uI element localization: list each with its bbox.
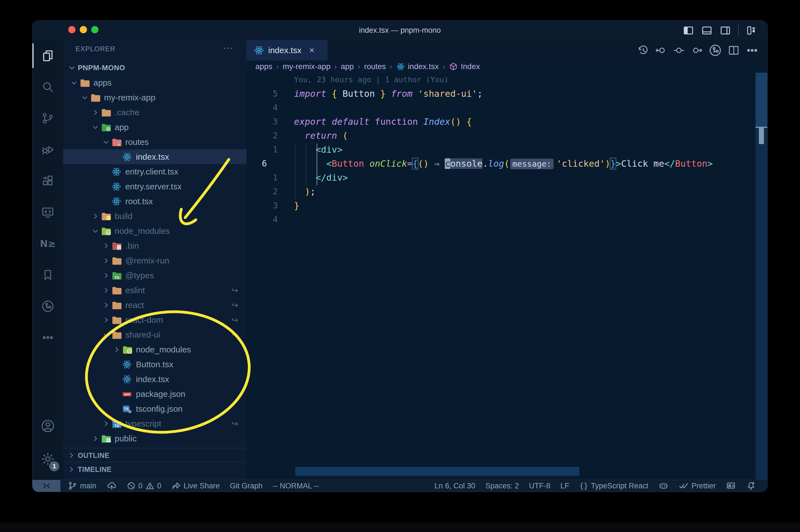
activity-search-icon[interactable] xyxy=(33,71,63,103)
tree-item--remix-run[interactable]: @remix-run xyxy=(63,253,246,268)
layout-customize-icon[interactable] xyxy=(746,25,757,36)
outline-section-header[interactable]: OUTLINE xyxy=(63,448,246,462)
activity-run-debug-icon[interactable] xyxy=(33,134,63,165)
tree-item-public[interactable]: public xyxy=(63,431,246,446)
tree-item-index-tsx[interactable]: index.tsx xyxy=(63,149,246,164)
breadcrumb-item-index-tsx[interactable]: index.tsx xyxy=(396,62,439,71)
activity-neovim-icon[interactable]: N≥ xyxy=(33,228,63,259)
tree-item-build[interactable]: build xyxy=(63,209,246,224)
activity-settings-icon[interactable]: 1 xyxy=(33,445,63,473)
remote-indicator[interactable] xyxy=(33,480,60,492)
workspace-root-item[interactable]: PNPM-MONO xyxy=(63,61,246,75)
chevron-down-icon[interactable] xyxy=(90,227,101,235)
breadcrumb-item-my-remix-app[interactable]: my-remix-app xyxy=(283,62,330,71)
chevron-right-icon[interactable] xyxy=(101,272,111,279)
status-indentation[interactable]: Spaces: 2 xyxy=(485,482,519,490)
vertical-scrollbar-slider[interactable] xyxy=(756,73,767,128)
status-prettier[interactable]: Prettier xyxy=(679,481,716,491)
status-language-mode[interactable]: {}TypeScript React xyxy=(579,482,648,490)
editor-action-next-change-icon[interactable] xyxy=(691,44,703,57)
chevron-right-icon[interactable] xyxy=(101,316,111,324)
activity-bookmarks-icon[interactable] xyxy=(33,259,63,291)
gitlens-codelens[interactable]: You, 23 hours ago | 1 author (You) xyxy=(246,73,767,87)
tab-index-tsx[interactable]: index.tsx × xyxy=(246,40,327,60)
status-feedback[interactable] xyxy=(726,481,736,491)
status-notifications[interactable] xyxy=(746,481,756,491)
tree-item-node-modules[interactable]: JSnode_modules xyxy=(63,224,246,238)
editor-action-more-dots-icon[interactable] xyxy=(745,44,759,57)
layout-panel-bottom-icon[interactable] xyxy=(701,25,712,36)
chevron-down-icon[interactable] xyxy=(101,138,111,146)
chevron-down-icon[interactable] xyxy=(69,79,79,87)
explorer-more-actions-icon[interactable]: ··· xyxy=(223,43,233,52)
activity-account-icon[interactable] xyxy=(33,412,63,440)
tree-item-react-dom[interactable]: react-dom↪ xyxy=(63,312,246,327)
chevron-down-icon[interactable] xyxy=(79,94,90,101)
tree-item-package-json[interactable]: npmpackage.json xyxy=(63,386,246,401)
chevron-down-icon[interactable] xyxy=(101,331,111,339)
breadcrumb-item-routes[interactable]: routes xyxy=(364,62,386,71)
horizontal-scrollbar-slider[interactable] xyxy=(296,467,579,476)
tree-item-typescript[interactable]: TStypescript↪ xyxy=(63,416,246,431)
tree-item-shared-ui[interactable]: shared-ui↪ xyxy=(63,327,246,342)
breadcrumb-item-app[interactable]: app xyxy=(341,62,354,71)
code-line: 5import { Button } from 'shared-ui'; xyxy=(246,87,767,101)
layout-sidebar-left-icon[interactable] xyxy=(683,25,694,36)
status-publish-changes[interactable] xyxy=(107,481,117,491)
chevron-right-icon[interactable] xyxy=(90,435,101,442)
tree-item-index-tsx[interactable]: index.tsx xyxy=(63,372,246,386)
breadcrumb-item-index[interactable]: Index xyxy=(449,62,480,71)
tree-item-tsconfig-json[interactable]: TStsconfig.json xyxy=(63,401,246,416)
status-cursor-position[interactable]: Ln 6, Col 30 xyxy=(434,482,475,490)
chevron-right-icon[interactable] xyxy=(101,257,111,264)
status-problems[interactable]: 00 xyxy=(127,481,161,490)
tree-item--bin[interactable]: 0110.bin xyxy=(63,238,246,253)
editor-action-split-editor-icon[interactable] xyxy=(727,44,740,57)
tree-item-root-tsx[interactable]: root.tsx xyxy=(63,194,246,209)
editor-action-change-icon[interactable] xyxy=(673,44,685,57)
status-vim-mode[interactable]: -- NORMAL -- xyxy=(273,482,319,490)
editor-action-prev-change-icon[interactable] xyxy=(655,44,667,57)
tree-item--types[interactable]: TS@types xyxy=(63,268,246,283)
tree-item-routes[interactable]: routes xyxy=(63,135,246,149)
activity-more-icon[interactable] xyxy=(33,322,63,353)
tree-item-app[interactable]: app xyxy=(63,120,246,135)
status-encoding[interactable]: UTF-8 xyxy=(529,482,551,490)
close-tab-icon[interactable]: × xyxy=(309,45,315,55)
tree-item--cache[interactable]: .cache xyxy=(63,105,246,120)
editor-action-history-icon[interactable] xyxy=(637,44,649,57)
chevron-right-icon[interactable] xyxy=(101,242,111,249)
tree-item-react[interactable]: react↪ xyxy=(63,298,246,312)
code-editor[interactable]: You, 23 hours ago | 1 author (You) 5impo… xyxy=(246,73,767,480)
activity-gitlens-icon[interactable] xyxy=(33,291,63,322)
vertical-scrollbar[interactable] xyxy=(756,73,767,480)
titlebar-separator xyxy=(738,25,739,36)
chevron-right-icon[interactable] xyxy=(101,420,111,428)
timeline-section-header[interactable]: TIMELINE xyxy=(63,462,246,476)
chevron-down-icon[interactable] xyxy=(90,124,101,131)
tree-item-node-modules[interactable]: JSnode_modules xyxy=(63,342,246,357)
chevron-right-icon[interactable] xyxy=(101,302,111,309)
layout-sidebar-right-icon[interactable] xyxy=(720,25,731,36)
tree-item-entry-server-tsx[interactable]: entry.server.tsx xyxy=(63,179,246,194)
activity-remote-explorer-icon[interactable] xyxy=(33,197,63,228)
tree-item-button-tsx[interactable]: Button.tsx xyxy=(63,357,246,372)
tree-item-entry-client-tsx[interactable]: entry.client.tsx xyxy=(63,164,246,179)
activity-extensions-icon[interactable] xyxy=(33,165,63,197)
chevron-right-icon[interactable] xyxy=(111,346,122,353)
chevron-right-icon[interactable] xyxy=(101,287,111,294)
activity-files-icon[interactable] xyxy=(33,40,63,71)
tree-item-eslint[interactable]: eslint↪ xyxy=(63,283,246,298)
status-copilot[interactable] xyxy=(659,481,668,491)
chevron-right-icon[interactable] xyxy=(90,109,101,116)
tree-item-apps[interactable]: apps xyxy=(63,75,246,90)
breadcrumb-item-apps[interactable]: apps xyxy=(255,62,272,71)
activity-source-control-icon[interactable] xyxy=(33,103,63,134)
status-git-graph[interactable]: Git Graph xyxy=(230,482,263,490)
status-live-share[interactable]: Live Share xyxy=(171,481,220,491)
status-branch-indicator[interactable]: main xyxy=(68,481,96,491)
editor-action-branch-circle-icon[interactable] xyxy=(708,44,722,57)
tree-item-my-remix-app[interactable]: my-remix-app xyxy=(63,90,246,105)
chevron-right-icon[interactable] xyxy=(90,213,101,220)
status-eol[interactable]: LF xyxy=(560,482,570,490)
